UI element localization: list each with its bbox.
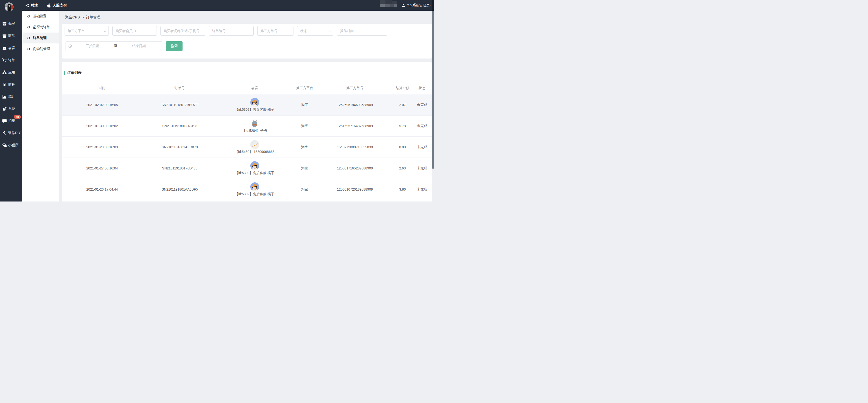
table-row: 2021-01-27 00:16:04 SN210119180176D485 【… bbox=[62, 158, 432, 179]
filter-input[interactable] bbox=[209, 26, 254, 36]
top-tab[interactable]: 推客 bbox=[25, 3, 38, 8]
cell-amount: 3.86 bbox=[393, 187, 412, 191]
cell-status: 未完成 bbox=[412, 166, 432, 170]
cell-order-no: SN2101191801F43193 bbox=[143, 124, 217, 128]
sidebar-item[interactable]: 应用 bbox=[0, 66, 22, 79]
sidebar-item-label: 财务 bbox=[8, 82, 15, 87]
submenu-item-label: 基础设置 bbox=[33, 14, 46, 19]
sidebar-item[interactable]: 小程序 bbox=[0, 139, 22, 151]
filter-input[interactable] bbox=[65, 26, 109, 36]
cell-status: 未完成 bbox=[412, 145, 432, 149]
submenu-item-label: 必应鸟订单 bbox=[33, 25, 50, 29]
sidebar-item[interactable]: 商品 bbox=[0, 30, 22, 42]
table-row: 2021-02-02 00:16:05 SN21011918017BBD7E 【… bbox=[62, 94, 432, 116]
filter-input[interactable] bbox=[297, 26, 333, 36]
filter-input[interactable] bbox=[113, 26, 157, 36]
circle-icon bbox=[27, 14, 30, 18]
cell-member: 【id:5284】卡卡 bbox=[217, 119, 292, 133]
col-header-amount: 结算金额 bbox=[393, 86, 412, 90]
cell-third-party-no: 1252695194693588909 bbox=[317, 103, 393, 107]
cell-amount: 0.00 bbox=[393, 145, 412, 149]
member-name: 【id:5302】售后客服-橘子 bbox=[235, 107, 275, 112]
tab-icon bbox=[46, 3, 51, 7]
filter-field[interactable] bbox=[209, 26, 254, 36]
start-date-placeholder[interactable]: 开始日期 bbox=[72, 44, 113, 48]
cell-time: 2021-01-29 00:16:03 bbox=[62, 145, 143, 149]
top-bar: 推客 人脸支付 YZ(系统管理员) bbox=[0, 0, 434, 11]
search-button[interactable]: 搜索 bbox=[166, 41, 183, 51]
filter-field[interactable] bbox=[257, 26, 293, 36]
cell-platform: 淘宝 bbox=[292, 145, 317, 149]
sidebar-item-icon bbox=[2, 70, 7, 75]
sidebar-item-icon bbox=[2, 131, 7, 135]
cell-platform: 淘宝 bbox=[292, 166, 317, 170]
col-header-platform: 第三方平台 bbox=[292, 86, 317, 90]
filter-field[interactable] bbox=[337, 26, 387, 36]
submenu-item[interactable]: 订单管理 bbox=[22, 33, 59, 43]
cell-order-no: SN21011918017BBD7E bbox=[143, 103, 217, 107]
profile-avatar[interactable] bbox=[5, 2, 13, 11]
sidebar-item[interactable]: 会员 bbox=[0, 42, 22, 54]
sidebar-item[interactable]: 订单 bbox=[0, 54, 22, 66]
cell-member: 【id:5302】售后客服-橘子 bbox=[217, 98, 292, 112]
cell-third-party-no: 1543779000710555030 bbox=[317, 145, 393, 149]
sidebar-item-icon bbox=[2, 94, 7, 99]
top-tab[interactable]: 人脸支付 bbox=[46, 3, 67, 8]
cell-platform: 淘宝 bbox=[292, 124, 317, 128]
vertical-scrollbar[interactable] bbox=[432, 0, 434, 202]
sidebar-item[interactable]: 概况 bbox=[0, 18, 22, 30]
breadcrumb-root[interactable]: 聚合CPS bbox=[65, 15, 80, 20]
sidebar-item-icon bbox=[2, 46, 7, 51]
submenu-item[interactable]: 基础设置 bbox=[22, 11, 59, 22]
sidebar-item-label: 小程序 bbox=[8, 143, 19, 147]
cell-third-party-no: 1250617165289588909 bbox=[317, 166, 393, 170]
sidebar-item[interactable]: 统计 bbox=[0, 91, 22, 103]
member-avatar[interactable] bbox=[250, 140, 259, 149]
unread-badge: 60 bbox=[14, 115, 21, 119]
sidebar-item[interactable]: 消息 60 bbox=[0, 115, 22, 127]
cell-amount: 2.07 bbox=[393, 103, 412, 107]
chevron-down-icon bbox=[329, 30, 331, 32]
cell-order-no: SN2101191801AA6DF5 bbox=[143, 187, 217, 191]
clock-icon bbox=[68, 44, 72, 48]
end-date-placeholder[interactable]: 结束日期 bbox=[119, 44, 159, 48]
title-accent-bar bbox=[64, 71, 65, 75]
table-row: 2021-01-26 17:04:44 SN2101191801AA6DF5 【… bbox=[62, 179, 432, 200]
filter-input[interactable] bbox=[257, 26, 293, 36]
submenu-item[interactable]: 必应鸟订单 bbox=[22, 22, 59, 33]
member-avatar[interactable] bbox=[250, 182, 259, 191]
filter-field[interactable] bbox=[65, 26, 109, 36]
sidebar-item[interactable]: 系统 bbox=[0, 103, 22, 115]
cell-status: 未完成 bbox=[412, 124, 432, 128]
sidebar-item[interactable]: ¥ 财务 bbox=[0, 79, 22, 91]
filter-input[interactable] bbox=[160, 26, 205, 36]
cell-third-party-no: 1250610720139588909 bbox=[317, 187, 393, 191]
sidebar-item-label: 会员 bbox=[8, 46, 15, 50]
secondary-sidebar: 基础设置 必应鸟订单 订单管理 商学院管理 bbox=[22, 11, 59, 202]
current-user[interactable]: YZ(系统管理员) bbox=[401, 0, 431, 11]
breadcrumb: 聚合CPS > 订单管理 bbox=[65, 11, 100, 24]
filter-field[interactable] bbox=[160, 26, 205, 36]
sidebar-item-icon bbox=[2, 119, 7, 123]
cell-third-party-no: 1251595716487588909 bbox=[317, 124, 393, 128]
breadcrumb-current: 订单管理 bbox=[86, 15, 100, 20]
submenu-item-label: 订单管理 bbox=[33, 36, 46, 40]
member-avatar[interactable] bbox=[250, 161, 259, 170]
member-avatar[interactable] bbox=[250, 98, 259, 107]
sidebar-item[interactable]: 装修DIY bbox=[0, 127, 22, 139]
panel-title: 订单列表 bbox=[67, 70, 82, 75]
filter-field[interactable] bbox=[297, 26, 333, 36]
chevron-down-icon bbox=[382, 30, 384, 32]
col-header-status: 状态 bbox=[412, 86, 432, 90]
col-header-order-no: 订单号 bbox=[143, 86, 217, 90]
sidebar-item-icon: ¥ bbox=[2, 82, 7, 87]
filter-field[interactable] bbox=[113, 26, 157, 36]
scrollbar-thumb[interactable] bbox=[432, 11, 434, 169]
date-range-picker[interactable]: 开始日期 至 结束日期 bbox=[65, 41, 162, 51]
member-avatar[interactable] bbox=[250, 119, 259, 128]
filter-input[interactable] bbox=[337, 26, 387, 36]
col-header-time: 时间 bbox=[62, 86, 143, 90]
submenu-item[interactable]: 商学院管理 bbox=[22, 43, 59, 54]
cell-time: 2021-01-30 00:16:02 bbox=[62, 124, 143, 128]
breadcrumb-separator: > bbox=[82, 15, 84, 20]
